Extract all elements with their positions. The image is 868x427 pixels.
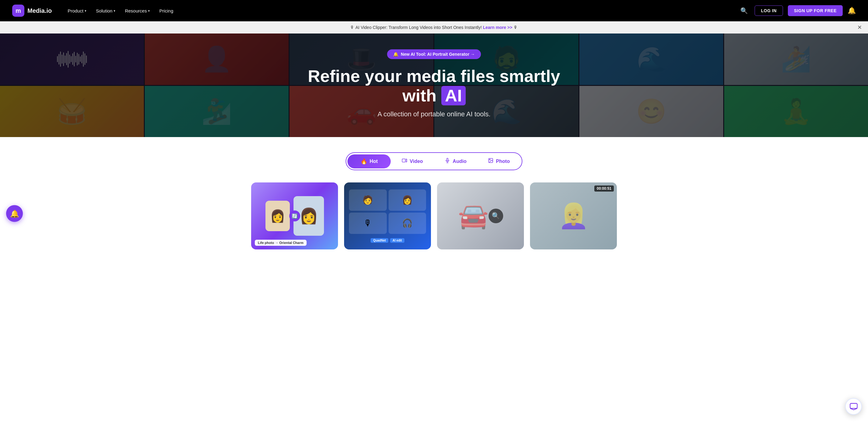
banner-close-button[interactable]: ✕ [857,24,862,31]
nav-solution[interactable]: Solution ▾ [92,6,119,16]
nav-resources[interactable]: Resources ▾ [121,6,153,16]
login-button[interactable]: LOG IN [755,5,783,16]
bell-badge-icon: 🔔 [393,52,398,57]
video-person: 👱‍♀️ [530,183,617,250]
podcast-person-4: 🎧 [389,212,426,234]
chevron-down-icon: ▾ [148,9,150,12]
card-video-inner: 👱‍♀️ 00:00:51 [530,183,617,250]
podcast-person-3: 🎙 [349,212,387,234]
hero-subtitle: A collection of portable online AI tools… [297,110,571,118]
banner-emoji: 🎙 [514,25,518,30]
bell-icon[interactable]: 🔔 [847,7,856,14]
notification-bell-icon: 🔔 [10,209,19,218]
tab-video[interactable]: Video [391,154,434,168]
logo[interactable]: m Media.io [12,5,52,17]
card-label: Life photo → Oriental Charm [255,240,307,246]
chevron-down-icon: ▾ [85,9,86,12]
search-button[interactable]: 🔍 [739,5,750,16]
hero-content: 🔔 New AI Tool: AI Portrait Generator → R… [291,37,577,134]
card-portrait-inner: 👩 🔄 👩 [251,183,338,250]
tab-hot[interactable]: 🔥 Hot [347,155,391,168]
podcast-person-1: 🧑 [349,190,387,211]
tab-photo[interactable]: Photo [477,154,521,168]
card-portrait-generator[interactable]: 👩 🔄 👩 Life photo → Oriental Charm [251,183,338,250]
hero-title: Refine your media files smartly with AI [297,66,571,106]
banner-link[interactable]: Learn more >> [483,25,512,30]
tools-section: 🔥 Hot Video Audio [0,137,868,262]
banner-text: 🎙 AI Video Clipper: Transform Long Video… [350,25,482,30]
photo-icon [488,158,493,165]
svg-point-6 [490,159,490,160]
notification-bubble[interactable]: 🔔 [6,205,23,222]
nav-product[interactable]: Product ▾ [64,6,90,16]
cards-grid: 👩 🔄 👩 Life photo → Oriental Charm 🧑 👩 🎙 … [251,183,617,250]
logo-text: Media.io [27,7,52,14]
portrait-face-1: 👩 [266,201,290,231]
zoom-icon: 🔍 [489,209,503,223]
hero-section: 👤 🎩 🧔 🌊 🏄 🥁 🏂 🚗 🌊 😊 🧘 🔔 New AI Tool: AI … [0,33,868,137]
video-icon [402,158,407,165]
card-timer: 00:00:51 [594,186,614,192]
svg-marker-1 [406,159,407,162]
card-photo-inner: 🚘 🔍 [437,183,524,250]
chevron-down-icon: ▾ [114,9,115,12]
badge-text: New AI Tool: AI Portrait Generator → [401,52,475,57]
svg-rect-2 [447,158,448,161]
photo-bg-person: 🚘 [458,202,489,230]
svg-rect-0 [402,159,406,162]
card-video-clipper[interactable]: 👱‍♀️ 00:00:51 [530,183,617,250]
promo-banner: 🎙 AI Video Clipper: Transform Long Video… [0,21,868,33]
signup-button[interactable]: SIGN UP FOR FREE [788,5,843,16]
fire-icon: 🔥 [361,158,367,165]
podcast-badge-2: AI edit [390,238,404,243]
card-podcast-inner: 🧑 👩 🎙 🎧 QuadNet AI edit [344,183,431,250]
logo-icon: m [12,5,24,17]
card-podcast-editor[interactable]: 🧑 👩 🎙 🎧 QuadNet AI edit [344,183,431,250]
podcast-badge-1: QuadNet [371,238,388,243]
new-tool-badge[interactable]: 🔔 New AI Tool: AI Portrait Generator → [387,50,481,59]
hero-ai-highlight: AI [441,86,466,105]
swap-icon: 🔄 [289,210,300,222]
nav-right: 🔍 LOG IN SIGN UP FOR FREE 🔔 [739,5,856,16]
nav-pricing[interactable]: Pricing [156,6,177,16]
navbar: m Media.io Product ▾ Solution ▾ Resource… [0,0,868,21]
tab-audio[interactable]: Audio [434,154,477,168]
podcast-grid: 🧑 👩 🎙 🎧 [349,190,426,234]
tabs-bar: 🔥 Hot Video Audio [346,152,522,170]
microphone-icon [445,158,450,165]
nav-links: Product ▾ Solution ▾ Resources ▾ Pricing [64,6,739,16]
podcast-person-2: 👩 [389,190,426,211]
card-photo-enhancer[interactable]: 🚘 🔍 [437,183,524,250]
